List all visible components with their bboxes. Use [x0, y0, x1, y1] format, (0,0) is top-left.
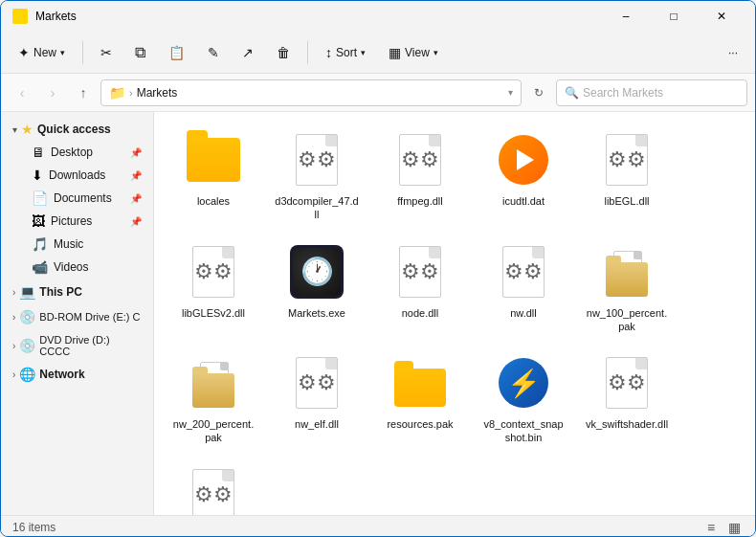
maximize-button[interactable]: □: [652, 1, 696, 32]
music-icon: 🎵: [32, 236, 48, 252]
network-icon: 🌐: [19, 367, 35, 382]
window-icon: [12, 9, 28, 24]
back-button[interactable]: ‹: [9, 79, 35, 106]
list-item[interactable]: ⚙⚙ nw.dll: [476, 235, 571, 340]
desktop-pin-icon: 📌: [130, 147, 142, 158]
list-item[interactable]: ⚙⚙ vulkan-1.dll: [166, 459, 261, 515]
sort-label: Sort: [336, 46, 357, 59]
list-item[interactable]: ⚙⚙ nw_elf.dll: [269, 347, 365, 451]
status-view-icons: ≡ ▦: [701, 518, 744, 537]
paste-button[interactable]: 📋: [159, 40, 194, 65]
sidebar-dvd-header[interactable]: › 💿 DVD Drive (D:) CCCC: [5, 330, 149, 361]
cut-button[interactable]: ✂: [91, 40, 122, 65]
main-content: ▾ ★ Quick access 🖥 Desktop 📌 ⬇ Downloads…: [1, 112, 755, 515]
rename-button[interactable]: ✎: [198, 40, 229, 65]
this-pc-computer-icon: 💻: [19, 284, 35, 300]
address-path[interactable]: 📁 › Markets ▾: [100, 79, 522, 106]
markets-exe-name: Markets.exe: [288, 306, 345, 320]
node-icon: ⚙⚙: [389, 241, 451, 302]
downloads-icon: ⬇: [32, 168, 43, 183]
sidebar-item-music-label: Music: [54, 237, 142, 251]
sidebar-section-this-pc: › 💻 This PC: [1, 280, 153, 303]
list-item[interactable]: nw_100_percent.pak: [579, 235, 675, 340]
forward-button[interactable]: ›: [39, 79, 66, 106]
list-item[interactable]: ⚙⚙ libEGL.dll: [579, 123, 675, 228]
resources-name: resources.pak: [387, 417, 453, 431]
new-label: New: [33, 46, 56, 59]
sidebar-bdrom-header[interactable]: › 💿 BD-ROM Drive (E:) C: [5, 305, 149, 328]
list-item[interactable]: ⚙⚙ ffmpeg.dll: [372, 123, 468, 228]
sidebar-item-videos[interactable]: 📹 Videos: [5, 256, 149, 279]
documents-icon: 📄: [32, 190, 48, 206]
nw200-icon: [183, 352, 244, 414]
list-item[interactable]: resources.pak: [372, 347, 468, 451]
paste-icon: 📋: [168, 45, 185, 60]
rename-icon: ✎: [208, 45, 219, 60]
delete-button[interactable]: 🗑: [267, 40, 300, 65]
sidebar-item-documents[interactable]: 📄 Documents 📌: [5, 187, 149, 210]
address-chevron-icon: ▾: [508, 87, 513, 98]
search-placeholder: Search Markets: [583, 86, 663, 100]
list-view-button[interactable]: ≡: [701, 518, 721, 537]
new-chevron-icon: ▾: [60, 48, 65, 57]
refresh-button[interactable]: ↻: [525, 79, 552, 106]
toolbar-separator-1: [82, 41, 83, 64]
title-controls: – □ ✕: [604, 1, 744, 32]
sort-button[interactable]: ↕ Sort ▾: [316, 40, 375, 65]
libegl-icon: ⚙⚙: [596, 129, 657, 190]
pictures-pin-icon: 📌: [130, 216, 142, 227]
more-button[interactable]: ···: [719, 41, 747, 64]
cut-icon: ✂: [100, 45, 112, 60]
share-icon: ↗: [242, 45, 254, 60]
bdrom-label: BD-ROM Drive (E:) C: [39, 311, 140, 323]
d3d-icon: ⚙⚙: [286, 129, 347, 190]
status-bar: 16 items ≡ ▦: [1, 515, 755, 537]
pictures-icon: 🖼: [32, 213, 45, 229]
list-item[interactable]: ⚙⚙ vk_swiftshader.dll: [579, 347, 675, 451]
quick-access-star-icon: ★: [21, 122, 33, 137]
new-button[interactable]: ✦ New ▾: [9, 40, 75, 65]
grid-view-button[interactable]: ▦: [724, 518, 744, 537]
sidebar-item-desktop[interactable]: 🖥 Desktop 📌: [5, 141, 149, 164]
path-folder-icon: 📁: [109, 85, 125, 101]
sidebar-this-pc-header[interactable]: › 💻 This PC: [5, 280, 149, 303]
up-button[interactable]: ↑: [70, 79, 97, 106]
copy-button[interactable]: ⧉: [125, 39, 155, 66]
icudtl-icon: [493, 129, 554, 190]
close-button[interactable]: ✕: [700, 1, 744, 32]
address-bar: ‹ › ↑ 📁 › Markets ▾ ↻ 🔍 Search Markets: [1, 74, 755, 112]
nw-name: nw.dll: [510, 306, 537, 320]
list-item[interactable]: ⚡ v8_context_snapshot.bin: [476, 347, 571, 451]
view-button[interactable]: ▦ View ▾: [379, 40, 448, 65]
sidebar: ▾ ★ Quick access 🖥 Desktop 📌 ⬇ Downloads…: [1, 112, 154, 515]
documents-pin-icon: 📌: [130, 193, 142, 204]
sidebar-section-bdrom: › 💿 BD-ROM Drive (E:) C: [1, 305, 153, 328]
list-item[interactable]: icudtl.dat: [476, 123, 571, 228]
libglesv2-name: libGLESv2.dll: [182, 306, 245, 320]
list-item[interactable]: ⚙⚙ node.dll: [372, 235, 468, 340]
new-icon: ✦: [18, 45, 30, 60]
sidebar-item-downloads[interactable]: ⬇ Downloads 📌: [5, 164, 149, 187]
search-box[interactable]: 🔍 Search Markets: [556, 79, 747, 106]
share-button[interactable]: ↗: [233, 40, 263, 65]
list-item[interactable]: locales: [166, 123, 261, 228]
sidebar-network-header[interactable]: › 🌐 Network: [5, 363, 149, 386]
file-area: locales ⚙⚙ d3dcompiler_47.dll ⚙⚙ ffm: [154, 112, 755, 515]
search-icon: 🔍: [565, 86, 579, 100]
delete-icon: 🗑: [277, 45, 290, 60]
sidebar-item-pictures[interactable]: 🖼 Pictures 📌: [5, 210, 149, 233]
dvd-label: DVD Drive (D:) CCCC: [39, 334, 142, 357]
list-item[interactable]: ⚙⚙ libGLESv2.dll: [166, 235, 261, 340]
list-item[interactable]: 🕐 Markets.exe: [269, 235, 365, 340]
list-item[interactable]: nw_200_percent.pak: [166, 347, 261, 451]
node-name: node.dll: [402, 306, 439, 320]
network-label: Network: [39, 368, 84, 381]
copy-icon: ⧉: [135, 44, 145, 61]
status-item-count: 16 items: [12, 521, 56, 534]
minimize-button[interactable]: –: [604, 1, 648, 32]
sidebar-item-music[interactable]: 🎵 Music: [5, 233, 149, 256]
list-item[interactable]: ⚙⚙ d3dcompiler_47.dll: [269, 123, 365, 228]
view-label: View: [405, 46, 430, 59]
sidebar-quick-access-header[interactable]: ▾ ★ Quick access: [5, 118, 149, 141]
path-separator: ›: [129, 87, 133, 99]
